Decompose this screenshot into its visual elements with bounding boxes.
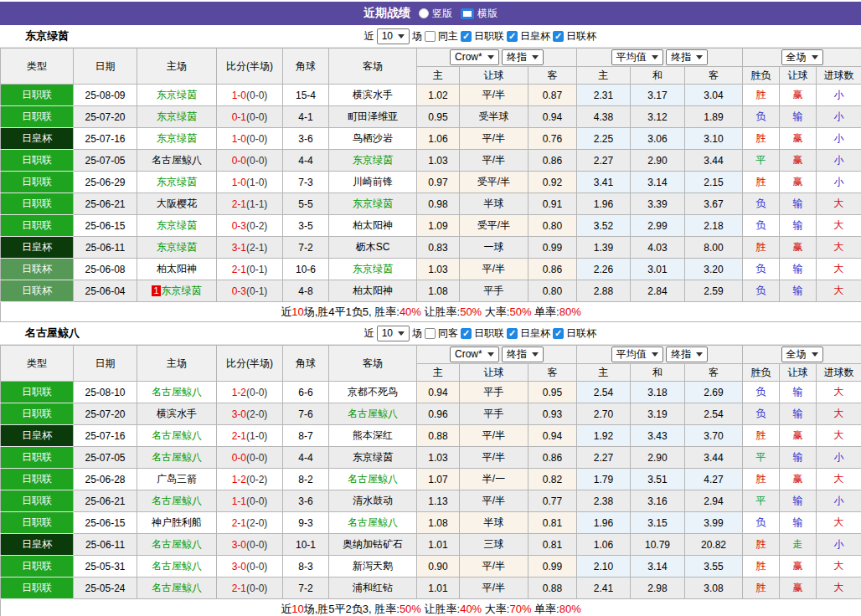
odds-handicap-cell: 平/半	[460, 128, 528, 150]
date-cell: 25-05-24	[74, 578, 137, 599]
summary-stat-value: 10	[291, 305, 303, 318]
summary-stat-value: 80%	[559, 305, 581, 318]
corner-cell: 8-3	[283, 556, 329, 578]
league-emperor-checkbox[interactable]	[507, 31, 518, 42]
same-away-checkbox[interactable]	[425, 328, 436, 339]
league-cup-checkbox[interactable]	[553, 31, 564, 42]
summary-text: 大率:	[482, 603, 509, 615]
odds-handicap-cell: 平手	[460, 280, 528, 302]
avg-final-select[interactable]: 终指	[666, 346, 708, 362]
radio-selected-icon[interactable]	[461, 8, 474, 19]
avg-home-cell: 1.92	[577, 425, 631, 447]
league-j1-checkbox[interactable]	[461, 328, 472, 339]
table-row: 日职联25-07-20横滨水手3-0(2-0)7-6名古屋鲸八0.96平手0.9…	[1, 403, 861, 425]
same-home-label: 同主	[438, 29, 458, 44]
table-row: 日联杯25-06-041东京绿茵0-3(0-1)4-8柏太阳神1.08平手0.8…	[1, 280, 861, 302]
match-count-select[interactable]: 10	[377, 28, 410, 44]
scope-group: 全场	[743, 49, 861, 67]
result-handicap-cell: 输	[780, 403, 817, 425]
team-name: 东京绿茵	[25, 28, 69, 44]
final-odds-value: 终指	[507, 347, 527, 362]
col-result-goals: 进球数	[817, 67, 861, 85]
league-j1-checkbox[interactable]	[461, 31, 472, 42]
filter-controls: 近 10 场 同主 日职联 日皇杯 日联杯	[364, 28, 596, 44]
avg-draw-cell: 3.39	[631, 193, 685, 215]
corner-cell: 8-2	[283, 469, 329, 490]
page-title: 近期战绩	[363, 6, 410, 21]
league-emperor-checkbox[interactable]	[507, 328, 518, 339]
corner-cell: 3-5	[283, 215, 329, 237]
score-cell: 2-1(0-1)	[217, 259, 283, 280]
home-team-cell: 柏太阳神	[137, 259, 217, 280]
away-team-cell: 熊本深红	[329, 425, 417, 447]
avg-odds-select[interactable]: 平均值	[611, 49, 663, 65]
avg-away-cell: 3.10	[685, 128, 743, 150]
date-cell: 25-06-11	[74, 534, 137, 556]
col-avg-draw: 和	[631, 364, 685, 382]
col-away: 客场	[329, 49, 417, 85]
result-goals-cell: 小	[817, 106, 861, 128]
scope-select[interactable]: 全场	[781, 49, 823, 65]
corner-cell: 7-6	[283, 403, 329, 425]
same-home-checkbox[interactable]	[425, 31, 436, 42]
col-avg-away: 客	[685, 67, 743, 85]
result-goals-cell: 大	[817, 469, 861, 490]
score-cell: 1-0(0-0)	[217, 128, 283, 150]
date-cell: 25-06-15	[74, 512, 137, 534]
league-cup-label: 日联杯	[566, 29, 596, 44]
layout-vertical-option[interactable]: 竖版	[419, 7, 452, 21]
summary-stat-value: 50%	[460, 305, 482, 318]
result-outcome-cell: 负	[743, 403, 780, 425]
col-corner: 角球	[283, 49, 329, 85]
league-cell: 日联杯	[1, 280, 74, 302]
chevron-down-icon	[652, 352, 658, 357]
odds-handicap-cell: 平手	[460, 403, 528, 425]
crow-odds-select[interactable]: Crow*	[450, 49, 499, 65]
layout-horizontal-option[interactable]: 横版	[461, 7, 498, 21]
corner-cell: 8-7	[283, 425, 329, 447]
score-cell: 1-1(0-0)	[217, 490, 283, 512]
odds-home-cell: 1.02	[417, 85, 460, 106]
odds-handicap-cell: 半/一	[460, 469, 528, 490]
league-cell: 日联杯	[1, 259, 74, 280]
date-cell: 25-07-20	[74, 403, 137, 425]
col-odds-away: 客	[528, 364, 577, 382]
corner-cell: 3-6	[283, 490, 329, 512]
col-avg-away: 客	[685, 364, 743, 382]
league-cell: 日皇杯	[1, 425, 74, 447]
date-cell: 25-08-09	[74, 85, 137, 106]
score-cell: 2-1(2-0)	[217, 512, 283, 534]
avg-away-cell: 4.27	[685, 469, 743, 490]
score-cell: 2-1(1-0)	[217, 425, 283, 447]
avg-home-cell: 4.38	[577, 106, 631, 128]
final-odds-select[interactable]: 终指	[502, 346, 544, 362]
odds-away-cell: 0.99	[528, 237, 577, 259]
home-team-cell: 神户胜利船	[137, 512, 217, 534]
away-team-cell: 名古屋鲸八	[329, 512, 417, 534]
avg-home-cell: 1.79	[577, 469, 631, 490]
league-cell: 日职联	[1, 106, 74, 128]
avg-away-cell: 3.04	[685, 85, 743, 106]
avg-odds-select[interactable]: 平均值	[611, 346, 663, 362]
radio-icon[interactable]	[419, 8, 429, 18]
scope-value: 全场	[786, 347, 807, 362]
table-row: 日皇杯25-06-11名古屋鲸八3-0(0-0)10-1奥纳加钴矿石1.01三球…	[1, 534, 861, 556]
league-cup-checkbox[interactable]	[553, 328, 564, 339]
final-odds-select[interactable]: 终指	[502, 49, 544, 65]
scope-select[interactable]: 全场	[781, 346, 823, 362]
score-cell: 3-0(0-0)	[217, 556, 283, 578]
odds-away-cell: 0.99	[528, 556, 577, 578]
odds-home-cell: 1.07	[417, 469, 460, 490]
away-team-cell: 鸟栖沙岩	[329, 128, 417, 150]
chevron-down-icon	[696, 55, 703, 59]
score-cell: 3-1(2-1)	[217, 237, 283, 259]
date-cell: 25-06-15	[74, 215, 137, 237]
avg-away-cell: 2.59	[685, 280, 743, 302]
crow-odds-select[interactable]: Crow*	[450, 346, 499, 362]
avg-final-select[interactable]: 终指	[666, 49, 708, 65]
table-row: 日职联25-08-09东京绿茵1-0(0-0)15-4横滨水手1.02平/半0.…	[1, 85, 861, 106]
avg-home-cell: 2.54	[577, 382, 631, 403]
match-count-select[interactable]: 10	[377, 326, 410, 341]
away-team-cell: 名古屋鲸八	[329, 403, 417, 425]
odds-away-cell: 0.94	[528, 425, 577, 447]
